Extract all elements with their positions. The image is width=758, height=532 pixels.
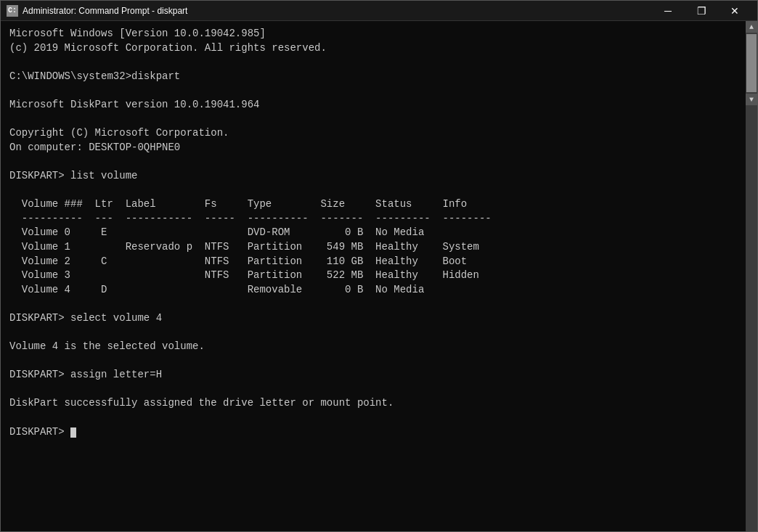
title-bar-controls: ─ ❐ ✕ (651, 1, 751, 21)
close-button[interactable]: ✕ (718, 1, 751, 21)
scrollbar-up-arrow[interactable]: ▲ (746, 21, 757, 33)
cursor (70, 427, 76, 438)
window: C: Administrator: Command Prompt - diskp… (0, 0, 758, 532)
scrollbar[interactable]: ▲ ▼ (746, 21, 757, 531)
scrollbar-down-arrow[interactable]: ▼ (746, 94, 757, 105)
content-area: Microsoft Windows [Version 10.0.19042.98… (1, 21, 757, 531)
restore-button[interactable]: ❐ (685, 1, 718, 21)
minimize-button[interactable]: ─ (651, 1, 685, 21)
title-bar-text: Administrator: Command Prompt - diskpart (23, 6, 651, 16)
terminal-output[interactable]: Microsoft Windows [Version 10.0.19042.98… (1, 21, 746, 531)
scrollbar-thumb[interactable] (746, 34, 757, 92)
title-bar: C: Administrator: Command Prompt - diskp… (1, 1, 757, 21)
app-icon: C: (7, 5, 18, 17)
